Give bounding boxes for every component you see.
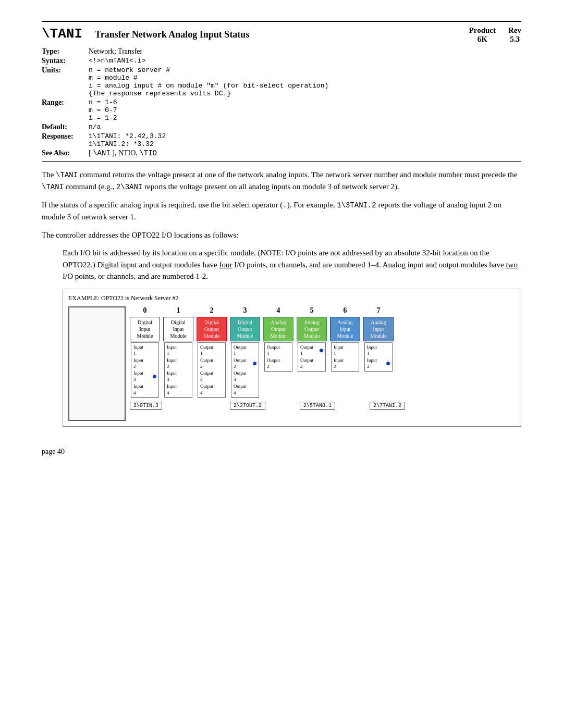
module-card-1: Digital Input Module [163, 317, 193, 341]
module-io-5: Output 1Output 2 [298, 342, 326, 372]
type-label: Type: [42, 47, 89, 56]
module-col-4: 4Analog Output ModuleOutput 1Output 2 [262, 306, 295, 372]
arrow-row: 2\0TIN.32\3TOUT.22\5TANO.12\7TANI.2 [129, 402, 406, 410]
syntax-label: Syntax: [42, 56, 89, 66]
module-col-2: 2Digital Output ModuleOutput 1Output 2Ou… [195, 306, 228, 398]
body-para3: The controller addresses the OPTO22 I/O … [42, 229, 521, 241]
page-number: page 40 [42, 448, 521, 456]
units-row: Units: n = network server #m = module #i… [42, 66, 521, 98]
module-io-4: Output 1Output 2 [264, 342, 292, 372]
indented-block: Each I/O bit is addressed by its locatio… [42, 247, 521, 427]
module-io-0: Input 1Input 2Input 3Input 4 [131, 342, 159, 398]
body-para1: The \TANI command returns the voltage pr… [42, 169, 521, 193]
header-row: \TANI Transfer Network Analog Input Stat… [42, 26, 521, 44]
diagram-label: EXAMPLE: OPTO22 is Network Server #2 [68, 294, 516, 302]
arrow-cell-6 [336, 402, 369, 410]
module-col-0: 0Digital Input ModuleInput 1Input 2Input… [129, 306, 161, 398]
command-title: \TANI [42, 26, 82, 42]
bottom-rule [42, 161, 521, 162]
module-io-6: Input 1Input 2 [331, 342, 359, 372]
module-card-5: Analog Output Module [297, 317, 327, 341]
arrow-cell-3: 2\3TOUT.2 [230, 402, 265, 410]
opto-box [68, 306, 126, 421]
module-card-3: Digital Output Module [230, 317, 260, 341]
response-values: 1\1TANI: *2.42,3.321\1TANI.2: *3.32 [89, 132, 521, 149]
rev-label: Rev [508, 26, 521, 35]
range-row: Range: n = 1-6m = 0-7i = 1-2 [42, 98, 521, 122]
arrow-label-0: 2\0TIN.3 [130, 402, 162, 410]
module-card-4: Analog Output Module [263, 317, 293, 341]
type-value: Network; Transfer [89, 47, 521, 56]
arrow-label-5: 2\5TANO.1 [300, 402, 335, 410]
default-value: n/a [89, 122, 521, 132]
module-io-1: Input 1Input 2Input 3Input 4 [164, 342, 192, 398]
body-para4: Each I/O bit is addressed by its locatio… [63, 247, 521, 282]
module-col-3: 3Digital Output ModuleOutput 1Output 2Ou… [229, 306, 261, 398]
arrow-cell-4 [266, 402, 299, 410]
range-label: Range: [42, 98, 89, 122]
seealso-value: [ \ANI ], NTIO, \TIO [89, 149, 521, 158]
info-table: Type: Network; Transfer Syntax: <!>n\mTA… [42, 47, 521, 158]
units-values: n = network server #m = module #i = anal… [89, 66, 521, 98]
syntax-value: <!>n\mTANI<.i> [89, 56, 521, 66]
response-row: Response: 1\1TANI: *2.42,3.321\1TANI.2: … [42, 132, 521, 149]
module-card-0: Digital Input Module [130, 317, 160, 341]
module-card-7: Analog Input Module [363, 317, 394, 341]
arrow-label-7: 2\7TANI.2 [370, 402, 405, 410]
module-col-6: 6Analog Input ModuleInput 1Input 2 [329, 306, 361, 372]
arrow-cell-1 [163, 402, 195, 410]
module-col-7: 7Analog Input ModuleInput 1Input 2 [362, 306, 395, 372]
arrow-cell-5: 2\5TANO.1 [300, 402, 335, 410]
module-col-1: 1Digital Input ModuleInput 1Input 2Input… [162, 306, 194, 398]
default-label: Default: [42, 122, 89, 132]
module-col-5: 5Analog Output ModuleOutput 1Output 2 [296, 306, 328, 372]
seealso-label: See Also: [42, 149, 89, 158]
syntax-row: Syntax: <!>n\mTANI<.i> [42, 56, 521, 66]
top-rule [42, 21, 521, 22]
arrow-cell-2 [197, 402, 229, 410]
units-label: Units: [42, 66, 89, 98]
response-label: Response: [42, 132, 89, 149]
command-description: Transfer Network Analog Input Status [95, 29, 249, 40]
type-row: Type: Network; Transfer [42, 47, 521, 56]
modules-and-arrows: 0Digital Input ModuleInput 1Input 2Input… [129, 306, 406, 410]
default-row: Default: n/a [42, 122, 521, 132]
modules-row: 0Digital Input ModuleInput 1Input 2Input… [129, 306, 406, 398]
rev-value: 5.3 [508, 35, 521, 44]
module-card-6: Analog Input Module [330, 317, 360, 341]
module-io-7: Input 1Input 2 [364, 342, 393, 372]
product-label: Product [469, 26, 496, 35]
range-values: n = 1-6m = 0-7i = 1-2 [89, 98, 521, 122]
diagram-container: EXAMPLE: OPTO22 is Network Server #2 0Di… [63, 289, 521, 427]
module-io-3: Output 1Output 2Output 3Output 4 [231, 342, 259, 398]
product-column: Product 6K [469, 26, 496, 44]
header-right: Product 6K Rev 5.3 [469, 26, 521, 44]
arrow-cell-7: 2\7TANI.2 [370, 402, 405, 410]
seealso-row: See Also: [ \ANI ], NTIO, \TIO [42, 149, 521, 158]
rev-column: Rev 5.3 [508, 26, 521, 44]
header-left: \TANI Transfer Network Analog Input Stat… [42, 26, 249, 42]
body-para2: If the status of a specific analog input… [42, 199, 521, 223]
module-card-2: Digital Output Module [197, 317, 227, 341]
diagram-inner: 0Digital Input ModuleInput 1Input 2Input… [68, 306, 516, 421]
product-value: 6K [469, 35, 496, 44]
arrow-label-3: 2\3TOUT.2 [230, 402, 265, 410]
arrow-cell-0: 2\0TIN.3 [130, 402, 162, 410]
module-io-2: Output 1Output 2Output 3Output 4 [198, 342, 226, 398]
